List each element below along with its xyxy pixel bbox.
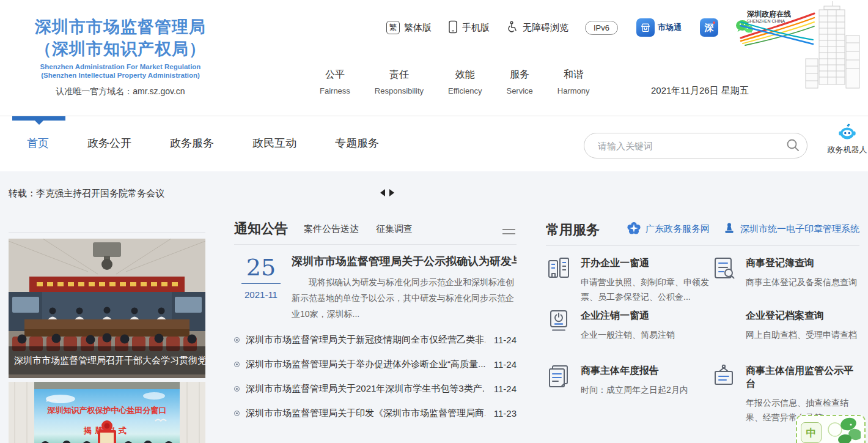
value-efficiency: 效能 Efficiency: [448, 69, 482, 95]
site-header: 深圳市市场监督管理局 （深圳市知识产权局） Shenzhen Administr…: [0, 0, 868, 116]
svg-text:SHENZHEN CHINA: SHENZHEN CHINA: [747, 19, 785, 23]
tab-surveys[interactable]: 征集调查: [376, 223, 413, 235]
service-registry-search[interactable]: 商事登记簿查询 商事主体登记及备案信息查询: [711, 255, 859, 308]
featured-month: 2021-11: [234, 289, 288, 300]
notices-title: 通知公告: [234, 222, 288, 236]
traditional-version-link[interactable]: 繁 繁体版: [386, 21, 432, 34]
main-content: 转载：李克强主持召开国务院常务会议: [0, 171, 868, 443]
services-header: 常用服务 广东政务服务网 深圳市统一电子印章管理系统: [546, 222, 859, 246]
notices-tabs: 案件公告送达 征集调查: [304, 223, 413, 236]
nav-item-special-services[interactable]: 专题服务: [335, 136, 379, 151]
market-app-label: 市场通: [658, 22, 682, 33]
mobile-version-link[interactable]: 手机版: [448, 20, 490, 35]
carousel-slide-meeting[interactable]: 深圳市市场监督管理局召开干部大会学习贯彻党的十...: [9, 239, 205, 381]
hanging-sign-icon: [711, 363, 737, 389]
featured-day: 25: [234, 255, 288, 280]
service-grid: 开办企业一窗通 申请营业执照、刻制印章、申领发票、员工参保登记、公积金...: [546, 255, 859, 425]
active-tab-indicator: [12, 116, 65, 121]
svg-text:深圳知识产权保护中心盐田分窗口: 深圳知识产权保护中心盐田分窗口: [47, 406, 167, 415]
ishenzhen-app-icon: 深: [700, 18, 718, 37]
stamp-icon: [723, 222, 735, 236]
notice-item[interactable]: 深圳市市场监督管理局关于2021年深圳市学生书包等3类产... 11-24: [234, 376, 517, 401]
notices-section: 通知公告 案件公告送达 征集调查 25 2021-11 深圳市市场监督管理局关于…: [234, 222, 517, 425]
main-navbar: 首页 政务公开 政务服务 政民互动 专题服务 政务机器人: [0, 117, 868, 171]
notice-item[interactable]: 深圳市市场监督管理局关于举办促进体外诊断企业“高质量... 11-24: [234, 352, 517, 376]
services-section: 常用服务 广东政务服务网 深圳市统一电子印章管理系统: [546, 222, 859, 425]
search-input[interactable]: [584, 141, 779, 151]
notices-more-icon[interactable]: [502, 229, 515, 234]
site-logo: 深圳市市场监督管理局 （深圳市知识产权局） Shenzhen Administr…: [17, 16, 224, 97]
service-archive-search[interactable]: 企业登记档案查询 网上自助查档、受理申请查档: [711, 308, 859, 363]
value-service: 服务 Service: [506, 69, 532, 95]
news-ticker[interactable]: 转载：李克强主持召开国务院常务会议: [9, 188, 164, 199]
traditional-version-label: 繁体版: [404, 22, 432, 34]
logo-title: 深圳市市场监督管理局: [17, 16, 224, 38]
logo-en-line1: Shenzhen Administration For Market Regul…: [17, 62, 224, 71]
ipv6-badge[interactable]: IPv6: [585, 21, 618, 35]
service-annual-report[interactable]: 商事主体年度报告 时间：成立周年之日起2月内: [546, 363, 711, 425]
carousel-divider: [9, 233, 205, 233]
nav-item-gov-disclosure[interactable]: 政务公开: [87, 136, 131, 151]
service-deregistration[interactable]: 企业注销一窗通 企业一般注销、简易注销: [546, 308, 711, 363]
featured-notice[interactable]: 25 2021-11 深圳市市场监督管理局关于公示拟确认为研发与标... 现将拟…: [234, 254, 517, 322]
flower-icon: [627, 222, 641, 237]
widget-tile: 中: [801, 422, 822, 443]
current-date: 2021年11月26日 星期五: [651, 85, 749, 97]
bullet-icon: [234, 411, 240, 416]
featured-summary: 现将拟确认为研发与标准化同步示范企业和深圳标准创新示范基地的单位予以公示，其中研…: [292, 274, 517, 322]
notice-item[interactable]: 深圳市市场监督管理局关于印发《深圳市市场监督管理局商... 11-23: [234, 401, 517, 425]
carousel-slide-unveiling[interactable]: 深圳知识产权保护中心盐田分窗口 揭牌仪式: [9, 382, 205, 443]
guangdong-service-link[interactable]: 广东政务服务网: [627, 222, 710, 237]
building-sketch: [798, 0, 867, 97]
official-domain-note: 认准唯一官方域名：amr.sz.gov.cn: [17, 86, 224, 97]
bullet-icon: [234, 362, 240, 367]
robot-label: 政务机器人: [825, 144, 868, 155]
search-icon: [785, 138, 800, 154]
ticker-next-icon[interactable]: [389, 189, 394, 196]
notices-header: 通知公告 案件公告送达 征集调查: [234, 222, 517, 245]
nav-items: 首页 政务公开 政务服务 政民互动 专题服务: [27, 136, 379, 151]
report-document-icon: [546, 363, 572, 389]
service-open-business[interactable]: 开办企业一窗通 申请营业执照、刻制印章、申领发票、员工参保登记、公积金...: [546, 255, 711, 308]
ishenzhen-app-link[interactable]: 深: [700, 18, 718, 37]
gov-robot-button[interactable]: 政务机器人: [825, 124, 868, 155]
nav-item-interaction[interactable]: 政民互动: [252, 136, 296, 151]
clover-leaves-icon: [824, 417, 861, 443]
logo-en-line2: (Shenzhen Intellectual Property Administ…: [17, 71, 224, 80]
tab-case-announcements[interactable]: 案件公告送达: [304, 223, 359, 235]
market-app-link[interactable]: 市场通: [636, 18, 682, 37]
accessibility-link[interactable]: 无障碍浏览: [506, 21, 568, 35]
nav-item-home[interactable]: 首页: [27, 136, 49, 151]
power-device-icon: [546, 308, 572, 333]
search-button[interactable]: [779, 133, 807, 158]
bullet-icon: [234, 337, 240, 343]
mobile-version-label: 手机版: [462, 22, 490, 34]
core-values: 公平 Fairness 责任 Responsibility 效能 Efficie…: [320, 69, 590, 95]
value-fairness: 公平 Fairness: [320, 69, 350, 95]
notice-item[interactable]: 深圳市市场监督管理局关于新冠疫情期间全市仅经营乙类非... 11-24: [234, 327, 517, 352]
featured-title: 深圳市市场监督管理局关于公示拟确认为研发与标...: [292, 254, 517, 269]
utility-bar: 繁 繁体版 手机版 无障碍浏览 IPv6 市场通: [386, 18, 754, 37]
phone-icon: [448, 20, 458, 35]
robot-icon: [837, 132, 858, 142]
services-title: 常用服务: [546, 223, 600, 237]
document-search-icon: [711, 255, 737, 281]
floating-widget[interactable]: 中: [796, 415, 866, 443]
svg-text:深圳政府在线: 深圳政府在线: [746, 10, 791, 18]
site-search: [584, 133, 807, 158]
featured-date: 25 2021-11: [234, 254, 288, 322]
page: 深圳市市场监督管理局 （深圳市知识产权局） Shenzhen Administr…: [0, 0, 868, 443]
building-document-icon: [546, 255, 572, 281]
value-harmony: 和谐 Harmony: [557, 69, 590, 95]
carousel-caption: 深圳市市场监督管理局召开干部大会学习贯彻党的十...: [9, 346, 205, 374]
notice-list: 深圳市市场监督管理局关于新冠疫情期间全市仅经营乙类非... 11-24 深圳市市…: [234, 327, 517, 425]
market-app-icon: [636, 18, 655, 37]
traditional-badge-icon: 繁: [386, 21, 400, 34]
services-links: 广东政务服务网 深圳市统一电子印章管理系统: [627, 222, 859, 237]
eseal-system-link[interactable]: 深圳市统一电子印章管理系统: [723, 222, 859, 236]
logo-subtitle: （深圳市知识产权局）: [17, 38, 224, 60]
nav-item-gov-services[interactable]: 政务服务: [170, 136, 214, 151]
unveiling-photo: 深圳知识产权保护中心盐田分窗口 揭牌仪式: [9, 382, 205, 443]
value-responsibility: 责任 Responsibility: [375, 69, 424, 95]
ticker-prev-icon[interactable]: [380, 189, 385, 196]
